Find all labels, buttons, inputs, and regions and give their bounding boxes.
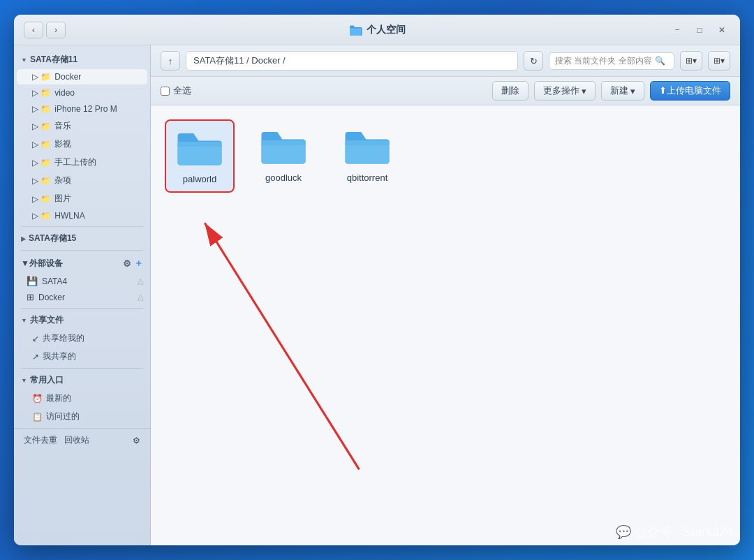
sidebar-item-movies-label: 影视	[54, 138, 71, 150]
grid-view-icon: ⊞▾	[714, 56, 725, 66]
sidebar-item-sata4[interactable]: 💾 SATA4 △	[14, 273, 150, 289]
file-name: goodluck	[265, 172, 302, 183]
file-item-qbittorrent[interactable]: qbittorrent	[332, 119, 402, 193]
sidebar-item-hwlna[interactable]: ▷ 📁 HWLNA	[17, 208, 147, 223]
maximize-button[interactable]: □	[691, 22, 708, 38]
wechat-icon: 💬	[616, 524, 631, 540]
folder-icon: ▷ 📁	[32, 176, 51, 186]
upload-label: ⬆上传电脑文件	[659, 84, 721, 97]
sidebar-section-sata11: ▼ SATA存储11 ▷ 📁 Docker ▷ 📁 video ▷ 📁 iPho…	[14, 51, 150, 223]
refresh-button[interactable]: ↻	[524, 51, 543, 71]
chevron-down-icon: ▾	[630, 86, 635, 96]
sort-button[interactable]: ⊞▾	[680, 51, 702, 71]
main-window: ‹ › 个人空间 － □ ✕ ▼ SATA存储11	[14, 15, 740, 545]
sidebar-section-shared: ▼ 共享文件 ↙ 共享给我的 ↗ 我共享的	[14, 311, 150, 365]
select-all-label: 全选	[173, 84, 191, 97]
sata4-label: SATA4	[42, 277, 67, 286]
upload-button[interactable]: ⬆上传电脑文件	[650, 81, 730, 101]
folder-icon: ▷ 📁	[32, 104, 51, 114]
file-item-palworld[interactable]: palworld	[165, 119, 235, 193]
breadcrumb-bar[interactable]: SATA存储11 / Docker /	[186, 51, 518, 71]
title-folder-icon	[348, 24, 362, 36]
title-text: 个人空间	[367, 24, 406, 36]
sidebar-item-iphone-label: iPhone 12 Pro M	[54, 104, 117, 114]
sidebar-item-visited[interactable]: 📋 访问过的	[17, 408, 147, 425]
delete-button[interactable]: 删除	[492, 81, 528, 101]
watermark: 💬 公众号 · Stark324	[616, 524, 733, 540]
sidebar-item-docker-ext[interactable]: ⊞ Docker △	[14, 289, 150, 305]
sidebar-item-recent[interactable]: ⏰ 最新的	[17, 390, 147, 407]
select-all-input[interactable]	[161, 87, 170, 96]
sidebar-item-video[interactable]: ▷ 📁 video	[17, 85, 147, 101]
divider2	[21, 250, 143, 251]
chevron-right-icon: ▶	[21, 235, 26, 242]
main-content: ↑ SATA存储11 / Docker / ↻ 搜索 当前文件夹 全部内容 🔍 …	[151, 45, 740, 545]
share-out-icon: ↗	[32, 352, 39, 362]
shared-files-header[interactable]: ▼ 共享文件	[14, 311, 150, 329]
sidebar-item-video-label: video	[54, 88, 75, 98]
sidebar-item-docker-label: Docker	[54, 72, 81, 82]
more-actions-button[interactable]: 更多操作 ▾	[534, 81, 596, 101]
external-devices-header: ▼ 外部设备 ⚙ ＋	[14, 253, 150, 273]
arrow-annotation	[151, 105, 740, 545]
my-shared-label: 我共享的	[43, 351, 76, 362]
close-button[interactable]: ✕	[714, 22, 730, 38]
sidebar-item-pictures-label: 图片	[54, 193, 71, 205]
sidebar-item-my-shared[interactable]: ↗ 我共享的	[17, 348, 147, 365]
folder-icon: ▷ 📁	[32, 158, 51, 168]
watermark-text: 公众号 · Stark324	[635, 524, 733, 540]
sidebar-footer: 文件去重 回收站 ⚙	[14, 428, 150, 452]
select-all-checkbox[interactable]: 全选	[161, 84, 191, 97]
sidebar-item-misc-label: 杂项	[54, 175, 71, 186]
sata15-label: SATA存储15	[29, 233, 76, 244]
divider1	[21, 226, 143, 227]
drive-icon: 💾	[27, 276, 38, 286]
sidebar-section-sata11-header[interactable]: ▼ SATA存储11	[14, 51, 150, 68]
sidebar-item-movies[interactable]: ▷ 📁 影视	[17, 135, 147, 153]
search-bar[interactable]: 搜索 当前文件夹 全部内容 🔍	[549, 52, 674, 70]
minimize-button[interactable]: －	[669, 22, 686, 38]
plus-icon[interactable]: ＋	[134, 257, 143, 270]
settings-button[interactable]: ⚙	[133, 436, 140, 445]
folder-icon: ▷ 📁	[32, 140, 51, 149]
action-bar: 全选 删除 更多操作 ▾ 新建 ▾ ⬆上传电脑文件	[151, 77, 740, 105]
folder-icon: ▷ 📁	[32, 211, 51, 221]
network-icon: ⊞	[27, 292, 34, 302]
sidebar-item-pictures[interactable]: ▷ 📁 图片	[17, 190, 147, 207]
folder-icon: ▷ 📁	[32, 72, 51, 82]
search-icon: 🔍	[655, 56, 665, 66]
folder-icon	[175, 128, 224, 168]
sidebar-item-shared-to-me[interactable]: ↙ 共享给我的	[17, 330, 147, 347]
folder-icon	[259, 126, 308, 167]
file-name: palworld	[183, 174, 216, 184]
sidebar-item-music[interactable]: ▷ 📁 音乐	[17, 117, 147, 135]
shared-files-label: 共享文件	[30, 314, 64, 326]
common-entries-label: 常用入口	[30, 374, 64, 386]
sidebar-item-manual-label: 手工上传的	[54, 156, 96, 168]
common-entries-header[interactable]: ▼ 常用入口	[14, 371, 150, 389]
divider4	[21, 368, 143, 369]
toolbar: ↑ SATA存储11 / Docker / ↻ 搜索 当前文件夹 全部内容 🔍 …	[151, 45, 740, 77]
forward-button[interactable]: ›	[46, 22, 66, 38]
chevron-down-icon: ▼	[21, 258, 29, 268]
sidebar-section-sata15: ▶ SATA存储15	[14, 230, 150, 247]
view-mode-button[interactable]: ⊞▾	[708, 51, 730, 71]
back-button[interactable]: ‹	[24, 22, 43, 38]
sidebar-item-manual-upload[interactable]: ▷ 📁 手工上传的	[17, 154, 147, 171]
sidebar-section-common: ▼ 常用入口 ⏰ 最新的 📋 访问过的	[14, 371, 150, 425]
file-item-goodluck[interactable]: goodluck	[249, 119, 318, 193]
gear-icon[interactable]: ⚙	[123, 258, 131, 269]
up-directory-button[interactable]: ↑	[161, 51, 180, 71]
visited-label: 访问过的	[46, 411, 80, 422]
dedup-button[interactable]: 文件去重	[24, 434, 57, 446]
svg-line-1	[205, 223, 359, 469]
sidebar-item-docker[interactable]: ▷ 📁 Docker	[17, 69, 147, 84]
sidebar-item-misc[interactable]: ▷ 📁 杂项	[17, 172, 147, 189]
sidebar-section-sata15-header[interactable]: ▶ SATA存储15	[14, 230, 150, 247]
recycle-button[interactable]: 回收站	[64, 434, 89, 446]
new-button[interactable]: 新建 ▾	[601, 81, 644, 101]
sidebar-item-iphone[interactable]: ▷ 📁 iPhone 12 Pro M	[17, 101, 147, 117]
folder-icon: ▷ 📁	[32, 121, 51, 131]
content-area: ▼ SATA存储11 ▷ 📁 Docker ▷ 📁 video ▷ 📁 iPho…	[14, 45, 740, 545]
sata11-label: SATA存储11	[30, 54, 77, 66]
